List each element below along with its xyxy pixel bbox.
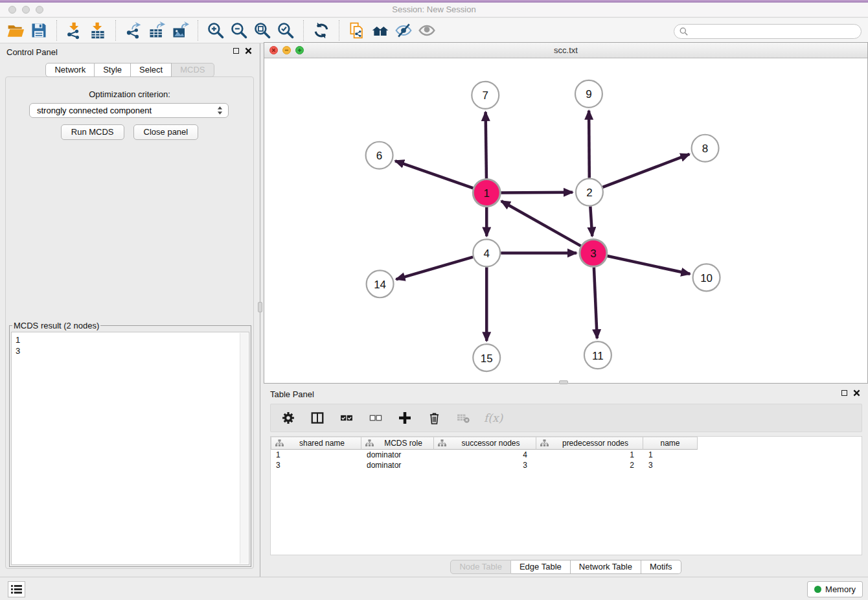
refresh-layout-button[interactable] xyxy=(310,19,333,41)
graph-edge-2-9[interactable] xyxy=(589,111,589,178)
optimization-criterion-label: Optimization criterion: xyxy=(6,89,253,99)
zoom-in-button[interactable] xyxy=(204,19,227,41)
control-panel-title: Control Panel xyxy=(6,47,58,57)
graph-node-10[interactable]: 10 xyxy=(693,264,720,291)
graph-edge-1-7[interactable] xyxy=(486,112,486,179)
graph-edge-3-10[interactable] xyxy=(607,256,690,274)
panel-splitter-grip[interactable] xyxy=(258,302,262,312)
graph-edge-3-1[interactable] xyxy=(501,201,581,246)
graph-edge-1-2[interactable] xyxy=(501,192,573,193)
mcds-result-line: 3 xyxy=(16,345,245,356)
network-window-titlebar[interactable]: scc.txt xyxy=(264,43,867,58)
export-network-button[interactable] xyxy=(122,19,145,41)
graph-edge-1-6[interactable] xyxy=(395,161,473,188)
tab-mcds[interactable]: MCDS xyxy=(172,63,214,77)
cell-name[interactable]: 3 xyxy=(643,461,698,470)
run-mcds-button[interactable]: Run MCDS xyxy=(61,124,124,140)
graph-edge-2-8[interactable] xyxy=(602,154,689,187)
column-header-shared-name[interactable]: shared name xyxy=(271,437,361,450)
control-panel-close-icon[interactable] xyxy=(245,47,252,54)
select-all-button[interactable] xyxy=(338,410,355,426)
column-header-predecessor-nodes[interactable]: predecessor nodes xyxy=(536,437,643,450)
graph-node-8[interactable]: 8 xyxy=(692,135,719,162)
cell-mcds-role[interactable]: dominator xyxy=(361,450,434,459)
tab-node-table[interactable]: Node Table xyxy=(450,560,511,574)
search-box[interactable] xyxy=(674,24,862,39)
optimization-criterion-select[interactable]: strongly connected component xyxy=(29,103,229,118)
network-canvas[interactable]: 7968124314101511 xyxy=(264,58,867,383)
graph-edge-4-14[interactable] xyxy=(396,257,473,280)
delete-column-button[interactable] xyxy=(426,410,442,426)
graph-node-4[interactable]: 4 xyxy=(473,239,500,266)
table-panel-float-button[interactable] xyxy=(841,390,847,396)
export-network-icon xyxy=(124,21,143,40)
add-column-button[interactable] xyxy=(396,410,413,426)
import-table-button[interactable] xyxy=(86,19,109,41)
export-image-button[interactable] xyxy=(168,19,192,41)
memory-button[interactable]: Memory xyxy=(807,581,863,597)
graph-node-9[interactable]: 9 xyxy=(575,80,602,108)
zoom-fit-icon xyxy=(253,21,271,40)
zoom-fit-button[interactable] xyxy=(251,19,274,41)
tab-network-table[interactable]: Network Table xyxy=(571,560,641,574)
hide-selected-button[interactable] xyxy=(392,19,415,41)
graph-node-3[interactable]: 3 xyxy=(580,239,607,266)
eye-slash-icon xyxy=(394,21,413,40)
cell-successor-nodes[interactable]: 4 xyxy=(434,450,536,459)
graph-node-7[interactable]: 7 xyxy=(472,82,499,109)
cell-predecessor-nodes[interactable]: 1 xyxy=(536,450,643,459)
import-network-button[interactable] xyxy=(63,19,86,41)
tab-network[interactable]: Network xyxy=(45,63,95,77)
cell-name[interactable]: 1 xyxy=(643,450,698,459)
function-builder-button[interactable]: f(x) xyxy=(484,411,503,424)
cell-predecessor-nodes[interactable]: 2 xyxy=(536,461,643,470)
column-header-name[interactable]: name xyxy=(643,437,698,450)
export-table-button[interactable] xyxy=(145,19,168,41)
column-type-icon xyxy=(365,439,374,447)
network-splitter-grip[interactable] xyxy=(559,380,568,384)
column-type-icon xyxy=(275,439,284,447)
zoom-out-button[interactable] xyxy=(227,19,251,41)
table-settings-button[interactable] xyxy=(280,410,297,426)
table-row[interactable]: 3 dominator 3 2 3 xyxy=(271,460,862,470)
task-history-button[interactable] xyxy=(8,581,25,597)
mcds-result-list[interactable]: 1 3 xyxy=(11,332,249,565)
graph-edge-2-3[interactable] xyxy=(590,206,592,236)
clone-network-button[interactable] xyxy=(345,19,369,41)
zoom-in-icon xyxy=(207,21,225,40)
table-row[interactable]: 1 dominator 4 1 1 xyxy=(271,450,862,460)
result-scrollbar[interactable] xyxy=(240,333,248,564)
show-home-button[interactable] xyxy=(369,19,392,41)
search-input[interactable] xyxy=(691,27,853,36)
graph-node-11[interactable]: 11 xyxy=(584,341,611,369)
cell-mcds-role[interactable]: dominator xyxy=(361,461,434,470)
cell-successor-nodes[interactable]: 3 xyxy=(434,461,536,470)
graph-node-2[interactable]: 2 xyxy=(576,179,603,206)
column-header-mcds-role[interactable]: MCDS role xyxy=(361,437,434,450)
cell-shared-name[interactable]: 1 xyxy=(271,450,361,459)
tab-select[interactable]: Select xyxy=(131,63,172,77)
graph-node-14[interactable]: 14 xyxy=(367,270,394,297)
tab-motifs[interactable]: Motifs xyxy=(641,560,681,574)
close-panel-button[interactable]: Close panel xyxy=(133,124,199,140)
show-columns-button[interactable] xyxy=(309,410,326,426)
graph-node-1[interactable]: 1 xyxy=(473,179,500,207)
select-stepper-icon xyxy=(217,106,223,115)
cell-shared-name[interactable]: 3 xyxy=(271,461,361,470)
save-session-button[interactable] xyxy=(27,19,51,41)
control-panel-float-button[interactable] xyxy=(233,48,239,54)
unselect-all-button[interactable] xyxy=(367,410,384,426)
zoom-selected-button[interactable] xyxy=(274,19,297,41)
table-panel-close-icon[interactable] xyxy=(853,389,860,397)
show-hidden-button[interactable] xyxy=(415,19,439,41)
graph-node-15[interactable]: 15 xyxy=(473,344,500,371)
import-table-icon xyxy=(89,21,107,40)
open-session-button[interactable] xyxy=(4,19,27,41)
tab-style[interactable]: Style xyxy=(95,63,131,77)
delete-table-button[interactable] xyxy=(455,410,472,426)
graph-edge-3-11[interactable] xyxy=(594,267,597,338)
column-header-successor-nodes[interactable]: successor nodes xyxy=(434,437,536,450)
node-table-header: shared name MCDS role successor nodes pr… xyxy=(271,437,862,450)
graph-node-6[interactable]: 6 xyxy=(366,142,393,169)
tab-edge-table[interactable]: Edge Table xyxy=(511,560,571,574)
